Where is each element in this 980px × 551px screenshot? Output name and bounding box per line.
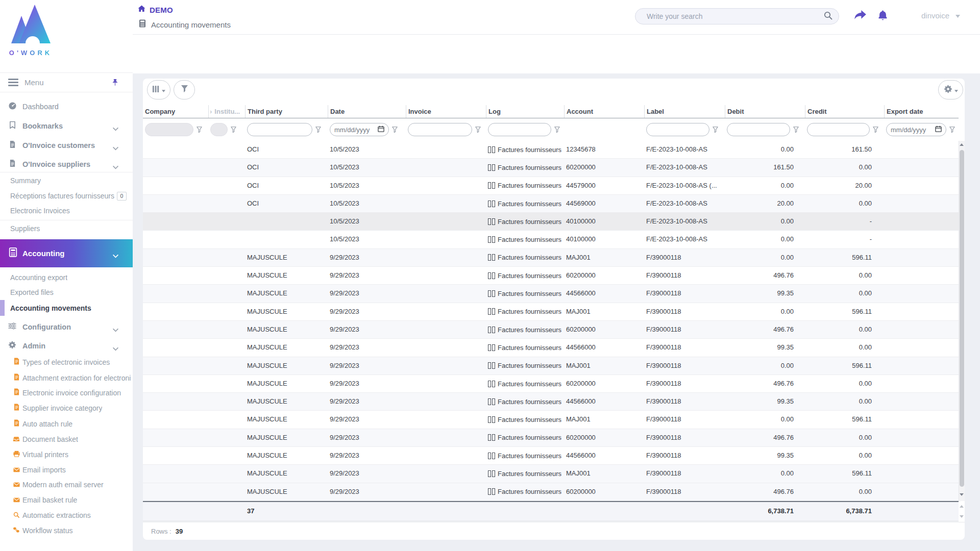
sidebar-item-electronic-invoices[interactable]: Electronic Invoices <box>0 203 133 218</box>
column-header-label[interactable]: Label <box>644 105 725 118</box>
column-header-account[interactable]: Account <box>564 105 644 118</box>
debit-filter-input[interactable] <box>731 126 786 134</box>
table-row[interactable]: MAJUSCULE 9/29/2023 Factures fournisseur… <box>143 447 959 465</box>
column-header-date[interactable]: Date <box>328 105 406 118</box>
column-header-export-date[interactable]: Export date <box>884 105 959 118</box>
column-header-company[interactable]: Company <box>143 105 208 118</box>
log-filter-input[interactable] <box>493 126 547 134</box>
sidebar-item-document-basket[interactable]: Document basket <box>0 432 133 447</box>
table-row[interactable]: MAJUSCULE 9/29/2023 Factures fournisseur… <box>143 375 959 393</box>
sidebar-item-modern-auth-email-server[interactable]: Modern auth email server <box>0 477 133 492</box>
sidebar-item-automatic-extractions[interactable]: Automatic extractions <box>0 508 133 523</box>
columns-button[interactable] <box>147 80 170 99</box>
table-row[interactable]: MAJUSCULE 9/29/2023 Factures fournisseur… <box>143 321 959 339</box>
sidebar-item-exported-files[interactable]: Exported files <box>0 285 133 300</box>
table-row[interactable]: MAJUSCULE 9/29/2023 Factures fournisseur… <box>143 465 959 483</box>
table-row[interactable]: 10/5/2023 Factures fournisseurs 40100000… <box>143 213 959 231</box>
sidebar-item-types-electronic-invoices[interactable]: Types of electronic invoices <box>0 355 133 370</box>
cell-date: 10/5/2023 <box>328 231 406 248</box>
user-menu[interactable]: dinvoice <box>921 8 960 22</box>
sidebar-item-accounting-movements[interactable]: Accounting movements <box>0 300 133 316</box>
brand-logo[interactable]: O'WORK <box>7 3 54 57</box>
funnel-icon[interactable] <box>713 127 718 133</box>
sidebar-item-suppliers[interactable]: Suppliers <box>0 221 133 236</box>
sidebar-item-oinvoice-suppliers[interactable]: O'Invoice suppliers <box>0 157 133 172</box>
third-party-filter-input[interactable] <box>252 126 308 134</box>
sidebar-item-dashboard[interactable]: Dashboard <box>0 99 133 114</box>
table-row[interactable]: MAJUSCULE 9/29/2023 Factures fournisseur… <box>143 339 959 357</box>
table-row[interactable]: MAJUSCULE 9/29/2023 Factures fournisseur… <box>143 357 959 375</box>
sidebar-item-attachment-extraction[interactable]: Attachment extraction for electroni <box>0 370 133 386</box>
sidebar-item-receptions-factures[interactable]: Réceptions factures fournisseurs 0 <box>0 188 133 204</box>
global-search <box>635 8 839 24</box>
scroll-up-arrow[interactable] <box>960 143 964 146</box>
table-row[interactable]: MAJUSCULE 9/29/2023 Factures fournisseur… <box>143 429 959 447</box>
sidebar-item-workflow-status[interactable]: Workflow status <box>0 523 133 538</box>
sidebar-item-summary[interactable]: Summary <box>0 173 133 188</box>
funnel-icon[interactable] <box>873 127 878 133</box>
missing-glyph-icon <box>488 488 495 495</box>
filter-button[interactable] <box>174 80 195 99</box>
column-header-log[interactable]: Log <box>486 105 564 118</box>
table-row[interactable]: OCI 10/5/2023 Factures fournisseurs 4456… <box>143 195 959 213</box>
export-date-filter-input[interactable] <box>891 126 935 134</box>
share-button[interactable] <box>851 7 869 24</box>
sidebar-item-configuration[interactable]: Configuration <box>0 319 133 335</box>
funnel-icon[interactable] <box>392 127 398 133</box>
table-row[interactable]: 10/5/2023 Factures fournisseurs 40100000… <box>143 231 959 248</box>
sidebar-item-email-basket-rule[interactable]: Email basket rule <box>0 492 133 508</box>
sidebar-item-admin[interactable]: Admin <box>0 338 133 354</box>
scroll-down-arrow[interactable] <box>960 493 964 496</box>
funnel-icon[interactable] <box>554 127 560 133</box>
table-row[interactable]: OCI 10/5/2023 Factures fournisseurs 4457… <box>143 177 959 195</box>
pin-icon[interactable] <box>112 78 118 89</box>
table-row[interactable]: MAJUSCULE 9/29/2023 Factures fournisseur… <box>143 411 959 429</box>
table-row[interactable]: MAJUSCULE 9/29/2023 Factures fournisseur… <box>143 303 959 321</box>
column-header-institution[interactable]: ›Institu... <box>208 105 245 118</box>
sidebar-item-bookmarks[interactable]: Bookmarks <box>0 118 133 134</box>
notifications-button[interactable] <box>874 7 891 24</box>
funnel-icon[interactable] <box>231 127 236 133</box>
column-header-third-party[interactable]: Third party <box>245 105 328 118</box>
table-row[interactable]: MAJUSCULE 9/29/2023 Factures fournisseur… <box>143 249 959 267</box>
chevron-down-icon <box>113 162 118 171</box>
invoice-filter-input[interactable] <box>412 126 468 134</box>
sidebar-item-auto-attach-rule[interactable]: Auto attach rule <box>0 416 133 432</box>
scrollbar-thumb[interactable] <box>960 150 964 487</box>
label-filter-input[interactable] <box>651 126 705 134</box>
table-row[interactable]: OCI 10/5/2023 Factures fournisseurs 6020… <box>143 159 959 177</box>
column-header-invoice[interactable]: Invoice <box>406 105 486 118</box>
table-row[interactable]: MAJUSCULE 9/29/2023 Factures fournisseur… <box>143 285 959 303</box>
date-filter-input[interactable] <box>334 126 378 134</box>
chevron-right-icon[interactable]: › <box>210 108 212 115</box>
table-card: Company ›Institu... Third party Date Inv… <box>143 79 965 540</box>
table-row[interactable]: MAJUSCULE 9/29/2023 Factures fournisseur… <box>143 393 959 411</box>
summary-scroll-up-arrow[interactable] <box>960 505 964 508</box>
sidebar-item-accounting[interactable]: Accounting <box>0 239 133 267</box>
sidebar-item-virtual-printers[interactable]: Virtual printers <box>0 447 133 462</box>
credit-filter-input[interactable] <box>812 126 865 134</box>
column-header-credit[interactable]: Credit <box>805 105 884 118</box>
sidebar-item-supplier-invoice-category[interactable]: Supplier invoice category <box>0 400 133 416</box>
funnel-icon[interactable] <box>949 127 955 133</box>
column-header-debit[interactable]: Debit <box>725 105 805 118</box>
table-row[interactable]: MAJUSCULE 9/29/2023 Factures fournisseur… <box>143 483 959 501</box>
table-settings-button[interactable] <box>938 80 963 99</box>
funnel-icon[interactable] <box>475 127 481 133</box>
funnel-icon[interactable] <box>197 127 202 133</box>
summary-scroll-down-arrow[interactable] <box>960 515 964 518</box>
breadcrumb-home[interactable]: DEMO <box>138 5 173 14</box>
search-icon[interactable] <box>824 11 832 22</box>
sidebar-item-electronic-invoice-configuration[interactable]: Electronic invoice configuration <box>0 385 133 400</box>
funnel-icon[interactable] <box>793 127 799 133</box>
search-input[interactable] <box>646 12 824 21</box>
calendar-icon[interactable] <box>935 125 942 134</box>
sidebar-item-accounting-export[interactable]: Accounting export <box>0 270 133 285</box>
table-row[interactable]: OCI 10/5/2023 Factures fournisseurs 1234… <box>143 141 959 159</box>
table-row[interactable]: MAJUSCULE 9/29/2023 Factures fournisseur… <box>143 267 959 285</box>
menu-toggle[interactable]: Menu <box>0 72 133 92</box>
calendar-icon[interactable] <box>378 125 384 134</box>
sidebar-item-email-imports[interactable]: Email imports <box>0 462 133 478</box>
sidebar-item-oinvoice-customers[interactable]: O'Invoice customers <box>0 138 133 153</box>
funnel-icon[interactable] <box>315 127 321 133</box>
